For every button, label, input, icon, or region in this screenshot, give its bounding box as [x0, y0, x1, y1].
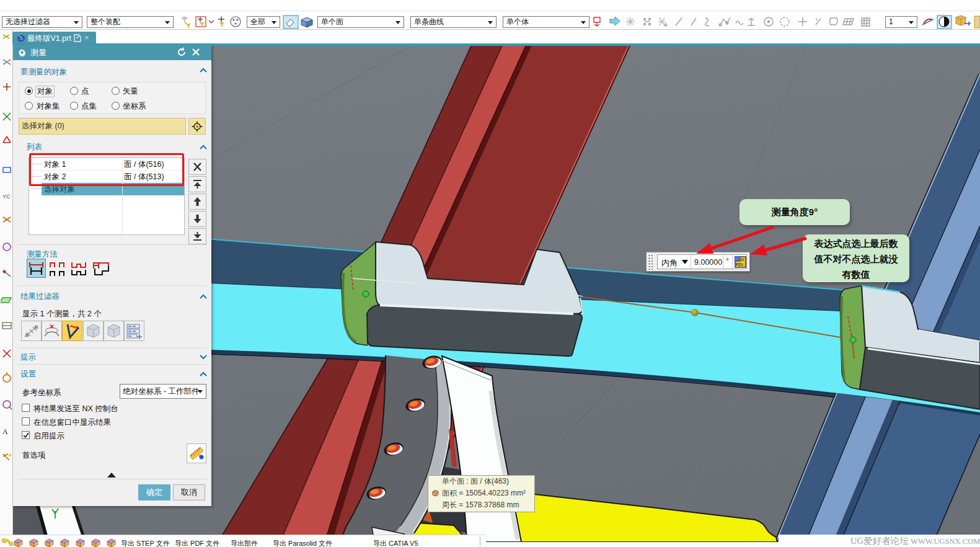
svg-text:YC: YC [2, 193, 11, 200]
svg-text:A: A [2, 427, 8, 436]
